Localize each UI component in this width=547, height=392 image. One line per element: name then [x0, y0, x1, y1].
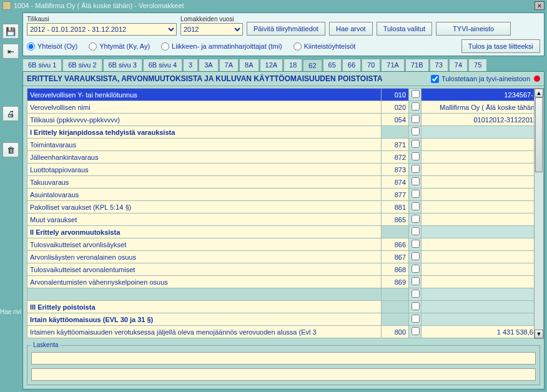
table-row[interactable]: Toimintavaraus871	[27, 139, 540, 151]
tab-71A[interactable]: 71A	[381, 59, 405, 71]
row-checkbox[interactable]	[409, 263, 421, 276]
laskenta-input-2[interactable]	[31, 368, 536, 381]
table-row[interactable]: Verovelvollisen nimi020Mallifirma Oy ( Ä…	[27, 101, 540, 114]
tulosta-valitut-button[interactable]: Tulosta valitut	[377, 22, 432, 36]
table-row[interactable]: Pakolliset varaukset (KPL 5:14 §)881	[27, 201, 540, 213]
tab-3[interactable]: 3	[183, 59, 198, 71]
table-row[interactable]: Jälleenhankintavaraus872	[27, 151, 540, 164]
radio-yhtymat[interactable]: Yhtymät (Ky, Ay)	[89, 42, 150, 51]
radio-yhteisot[interactable]: Yhteisöt (Oy)	[27, 42, 77, 51]
row-value[interactable]	[421, 213, 540, 226]
row-checkbox[interactable]	[409, 276, 421, 288]
table-row[interactable]: Verovelvollisen Y- tai henkilötunnus0101…	[27, 89, 540, 101]
row-value[interactable]	[421, 189, 540, 201]
close-icon[interactable]: ×	[535, 1, 545, 10]
tab-6B-sivu-2[interactable]: 6B sivu 2	[62, 59, 102, 71]
floppy-icon: 💾	[6, 27, 16, 36]
table-row[interactable]: Arvonlisäysten veronalainen osuus867	[27, 251, 540, 263]
row-checkbox[interactable]	[409, 201, 421, 213]
tab-74[interactable]: 74	[449, 59, 468, 71]
row-checkbox[interactable]	[409, 301, 421, 313]
row-checkbox[interactable]	[409, 151, 421, 164]
table-row[interactable]: Luottotappiovaraus873	[27, 164, 540, 176]
table-row[interactable]: Muut varaukset865	[27, 213, 540, 226]
row-checkbox[interactable]	[409, 251, 421, 263]
row-value[interactable]: 01012012-31122012	[421, 114, 540, 126]
table-row[interactable]: Asuintalovaraus877	[27, 189, 540, 201]
row-code: 877	[382, 189, 409, 201]
tab-6B-sivu-1[interactable]: 6B sivu 1	[22, 59, 62, 71]
row-value[interactable]: 1 431 538,64	[421, 326, 540, 338]
row-checkbox[interactable]	[409, 101, 421, 114]
laskenta-input-1[interactable]	[31, 352, 536, 365]
paivita-button[interactable]: Päivitä tiliryhmätiedot	[247, 22, 325, 36]
table-row[interactable]	[27, 288, 540, 301]
row-checkbox[interactable]	[409, 326, 421, 338]
row-checkbox[interactable]	[409, 238, 421, 251]
table-row[interactable]: Irtaimen käyttöomaisuuden verotuksessa j…	[27, 326, 540, 338]
vuosi-select[interactable]: 2012	[180, 23, 243, 36]
table-row[interactable]: III Erittely poistoista	[27, 301, 540, 313]
tyvi-button[interactable]: TYVI-aineisto	[436, 22, 511, 36]
tab-7A[interactable]: 7A	[219, 59, 239, 71]
row-checkbox[interactable]	[409, 226, 421, 238]
row-checkbox[interactable]	[409, 114, 421, 126]
save-button[interactable]: 💾	[2, 24, 19, 39]
radio-liikkeen[interactable]: Liikkeen- ja ammatinharjoittajat (tmi)	[161, 42, 282, 51]
tab-62[interactable]: 62	[303, 59, 322, 72]
vertical-scrollbar[interactable]: ▲ ▼	[534, 88, 544, 339]
exit-button[interactable]: ⇤	[2, 44, 19, 59]
tab-12A[interactable]: 12A	[260, 59, 283, 71]
scroll-thumb[interactable]	[535, 97, 543, 172]
row-value[interactable]	[421, 139, 540, 151]
row-checkbox[interactable]	[409, 164, 421, 176]
tulos-tase-button[interactable]: Tulos ja tase liitteeksi	[461, 39, 540, 53]
table-row[interactable]: II Erittely arvonmuutoksista	[27, 226, 540, 238]
tulostetaan-checkbox[interactable]: Tulostetaan ja tyvi-aineistoon	[431, 75, 540, 83]
row-value[interactable]	[421, 176, 540, 189]
tab-6B-sivu-3[interactable]: 6B sivu 3	[103, 59, 142, 71]
tab-6B-sivu-4[interactable]: 6B sivu 4	[143, 59, 182, 71]
app-icon	[2, 1, 11, 10]
radio-kiinteisto[interactable]: Kiinteistöyhteisöt	[293, 42, 356, 51]
table-row[interactable]: Irtain käyttöomaisuus (EVL 30 ja 31 §)	[27, 313, 540, 326]
tab-70[interactable]: 70	[362, 59, 380, 71]
row-value[interactable]	[421, 263, 540, 276]
row-checkbox[interactable]	[409, 139, 421, 151]
row-checkbox[interactable]	[409, 213, 421, 226]
table-row[interactable]: Arvonalentumisten vähennyskelpoinen osuu…	[27, 276, 540, 288]
row-checkbox[interactable]	[409, 313, 421, 326]
table-row[interactable]: Tilikausi (ppkkvvvv-ppkkvvvv)05401012012…	[27, 114, 540, 126]
tab-18[interactable]: 18	[283, 59, 302, 71]
row-checkbox[interactable]	[409, 89, 421, 101]
tab-3A[interactable]: 3A	[199, 59, 218, 71]
tab-66[interactable]: 66	[342, 59, 361, 71]
row-value[interactable]	[421, 151, 540, 164]
row-checkbox[interactable]	[409, 288, 421, 301]
delete-button[interactable]: 🗑	[2, 142, 19, 157]
row-value[interactable]: Mallifirma Oy ( Älä koske tähän)	[421, 101, 540, 114]
print-button[interactable]: 🖨	[2, 106, 19, 121]
row-checkbox[interactable]	[409, 176, 421, 189]
row-value[interactable]	[421, 276, 540, 288]
table-row[interactable]: Tulosvaikutteiset arvonalentumiset868	[27, 263, 540, 276]
row-value[interactable]	[421, 238, 540, 251]
scroll-up-icon[interactable]: ▲	[535, 89, 543, 97]
table-row[interactable]: Takuuvaraus874	[27, 176, 540, 189]
tilikausi-select[interactable]: 2012 - 01.01.2012 - 31.12.2012	[27, 23, 177, 36]
row-value[interactable]: 1234567-1	[421, 89, 540, 101]
row-value[interactable]	[421, 251, 540, 263]
tab-8A[interactable]: 8A	[239, 59, 259, 71]
hae-arvot-button[interactable]: Hae arvot	[329, 22, 373, 36]
row-value[interactable]	[421, 201, 540, 213]
table-row[interactable]: Tulosvaikutteiset arvonlisäykset866	[27, 238, 540, 251]
tab-73[interactable]: 73	[430, 59, 448, 71]
table-row[interactable]: I Erittely kirjanpidossa tehdyistä varau…	[27, 126, 540, 139]
tab-71B[interactable]: 71B	[405, 59, 429, 71]
tab-75[interactable]: 75	[468, 59, 487, 71]
row-checkbox[interactable]	[409, 126, 421, 139]
tab-65[interactable]: 65	[323, 59, 342, 71]
row-value[interactable]	[421, 164, 540, 176]
row-checkbox[interactable]	[409, 189, 421, 201]
scroll-down-icon[interactable]: ▼	[535, 330, 543, 338]
